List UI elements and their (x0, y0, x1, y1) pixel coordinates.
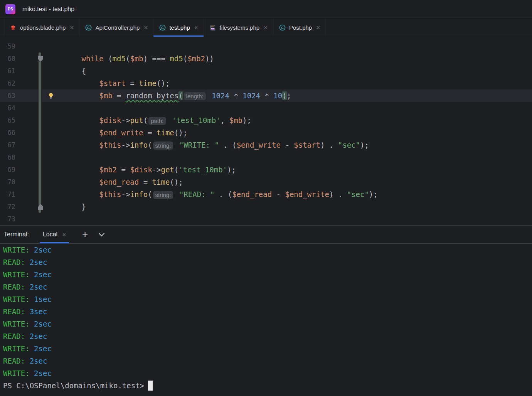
code-text: $this->info(string: "WRITE: " . ($end_wr… (46, 139, 369, 152)
parameter-hint: length: (184, 92, 206, 100)
svg-text:C: C (281, 26, 284, 30)
vcs-change-bar[interactable] (39, 52, 41, 213)
code-line-69[interactable]: 69 $mb2 = $disk->get('test_10mb'); (0, 163, 532, 176)
terminal-header: Terminal: Local × + (0, 225, 532, 244)
line-number[interactable]: 68 (0, 151, 15, 163)
code-text: { (46, 65, 86, 77)
terminal-tab-label: Local (43, 231, 57, 238)
code-line-71[interactable]: 71 $this->info(string: "READ: " . ($end_… (0, 188, 532, 201)
line-number[interactable]: 59 (0, 40, 15, 52)
php-class-icon: C (279, 24, 286, 31)
code-line-72[interactable]: 72 } (0, 201, 532, 213)
tab-bar: options.blade.php×CApiController.php×Cte… (0, 19, 532, 37)
php-file-icon: PHP (209, 24, 216, 31)
terminal-line: WRITE: 2sec (3, 342, 532, 355)
tab-test-php[interactable]: Ctest.php× (153, 19, 204, 37)
tab-label: filesystems.php (220, 24, 259, 31)
code-line-60[interactable]: 60 while (md5($mb) === md5($mb2)) (0, 52, 532, 65)
tab-post-php[interactable]: CPost.php× (273, 19, 326, 37)
line-number[interactable]: 71 (0, 188, 15, 201)
tab-label: test.php (169, 24, 190, 31)
blade-icon (10, 24, 17, 31)
intention-bulb-icon[interactable] (48, 92, 54, 101)
code-line-65[interactable]: 65 $disk->put(path: 'test_10mb', $mb); (0, 114, 532, 126)
code-text: $disk->put(path: 'test_10mb', $mb); (46, 114, 251, 127)
code-text: $mb2 = $disk->get('test_10mb'); (46, 163, 236, 176)
terminal-cursor (148, 381, 153, 391)
phpstorm-window: PS miko.test - test.php options.blade.ph… (0, 0, 532, 396)
editor-lines: 5960 while (md5($mb) === md5($mb2))61 {6… (0, 40, 532, 225)
terminal-line: READ: 3sec (3, 305, 532, 318)
code-line-59[interactable]: 59 (0, 40, 532, 52)
line-number[interactable]: 70 (0, 176, 15, 188)
terminal-line: READ: 2sec (3, 281, 532, 293)
terminal-line: WRITE: 1sec (3, 293, 532, 305)
new-terminal-button[interactable]: + (82, 229, 88, 239)
terminal-line: WRITE: 2sec (3, 318, 532, 330)
line-number[interactable]: 72 (0, 201, 15, 213)
terminal-tab-local[interactable]: Local × (40, 226, 69, 243)
line-number[interactable]: 64 (0, 102, 15, 114)
code-text: $start = time(); (46, 77, 170, 89)
terminal-title: Terminal: (4, 231, 29, 238)
title-bar: PS miko.test - test.php (0, 0, 532, 19)
line-number[interactable]: 69 (0, 163, 15, 176)
code-text: } (46, 201, 86, 213)
svg-text:C: C (161, 26, 164, 30)
parameter-hint: path: (148, 117, 166, 125)
svg-text:PHP: PHP (211, 28, 214, 30)
code-line-66[interactable]: 66 $end_write = time(); (0, 126, 532, 139)
code-text: $end_read = time(); (46, 176, 183, 188)
code-text: $this->info(string: "READ: " . ($end_rea… (46, 188, 378, 201)
code-text: $mb = random_bytes(length: 1024 * 1024 *… (46, 89, 291, 103)
line-number[interactable]: 63 (0, 89, 15, 102)
tab-label: ApiController.php (95, 24, 140, 31)
logo-text: PS (8, 7, 13, 11)
svg-text:C: C (87, 26, 90, 30)
terminal-prompt: PS C:\OSPanel\domains\miko.test> (3, 379, 532, 392)
line-number[interactable]: 65 (0, 114, 15, 126)
terminal-line: READ: 2sec (3, 330, 532, 342)
tab-label: options.blade.php (20, 24, 66, 31)
tab-apicontroller-php[interactable]: CApiController.php× (79, 19, 153, 37)
phpstorm-logo-icon: PS (5, 4, 15, 14)
window-title: miko.test - test.php (22, 6, 74, 13)
code-editor[interactable]: 5960 while (md5($mb) === md5($mb2))61 {6… (0, 37, 532, 225)
parameter-hint: string: (153, 142, 173, 150)
code-line-67[interactable]: 67 $this->info(string: "WRITE: " . ($end… (0, 139, 532, 151)
line-number[interactable]: 60 (0, 52, 15, 65)
line-number[interactable]: 73 (0, 213, 15, 225)
close-icon[interactable]: × (62, 231, 66, 238)
tab-filesystems-php[interactable]: PHPfilesystems.php× (204, 19, 273, 37)
code-line-70[interactable]: 70 $end_read = time(); (0, 176, 532, 188)
line-number[interactable]: 62 (0, 77, 15, 89)
close-icon[interactable]: × (264, 24, 268, 31)
close-icon[interactable]: × (194, 24, 198, 31)
parameter-hint: string: (153, 191, 173, 199)
code-line-73[interactable]: 73 (0, 213, 532, 225)
php-class-icon: C (85, 24, 92, 31)
code-line-62[interactable]: 62 $start = time(); (0, 77, 532, 89)
close-icon[interactable]: × (316, 24, 320, 31)
terminal-output[interactable]: WRITE: 2secREAD: 2secWRITE: 2secREAD: 2s… (0, 244, 532, 394)
code-line-64[interactable]: 64 (0, 102, 532, 114)
close-icon[interactable]: × (144, 24, 148, 31)
php-class-icon: C (159, 24, 166, 31)
tab-options-blade-php[interactable]: options.blade.php× (4, 19, 79, 37)
line-number[interactable]: 67 (0, 139, 15, 151)
terminal-line: WRITE: 2sec (3, 244, 532, 256)
terminal-line: WRITE: 2sec (3, 268, 532, 281)
tab-label: Post.php (289, 24, 312, 31)
code-text: while (md5($mb) === md5($mb2)) (46, 52, 214, 65)
code-line-68[interactable]: 68 (0, 151, 532, 163)
line-number[interactable]: 66 (0, 126, 15, 139)
code-line-61[interactable]: 61 { (0, 65, 532, 77)
close-icon[interactable]: × (70, 24, 74, 31)
terminal-line: READ: 2sec (3, 256, 532, 268)
terminal-line: READ: 2sec (3, 355, 532, 367)
code-line-63[interactable]: 63 $mb = random_bytes(length: 1024 * 102… (0, 89, 532, 102)
code-text: $end_write = time(); (46, 126, 187, 139)
terminal-line: WRITE: 2sec (3, 367, 532, 379)
chevron-down-icon[interactable] (99, 231, 105, 237)
line-number[interactable]: 61 (0, 65, 15, 77)
